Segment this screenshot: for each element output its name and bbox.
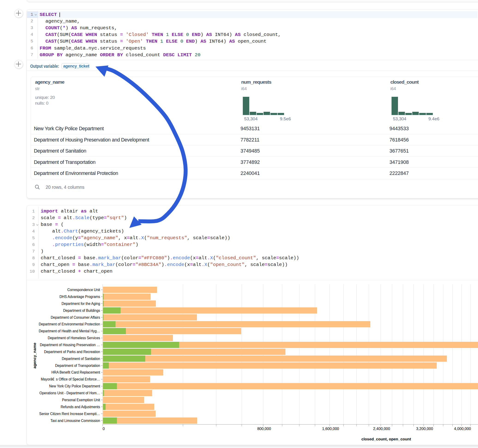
- svg-text:Senior Citizen Rent Increase E: Senior Citizen Rent Increase Exempti…: [39, 412, 100, 416]
- svg-text:1,600,000: 1,600,000: [322, 427, 339, 431]
- svg-text:Department of Consumer Affairs: Department of Consumer Affairs: [51, 315, 100, 319]
- svg-text:4,000,000: 4,000,000: [454, 427, 471, 431]
- svg-text:Department of Transportation: Department of Transportation: [55, 363, 100, 367]
- svg-text:Correspondence Unit: Correspondence Unit: [67, 288, 100, 292]
- svg-text:New York City Police Departmen: New York City Police Department: [49, 384, 100, 388]
- svg-text:Department of Parks and Recrea: Department of Parks and Recreation: [44, 350, 100, 354]
- svg-text:Department for the Aging: Department for the Aging: [62, 301, 100, 305]
- svg-text:Department of Health and Menta: Department of Health and Mental Hyg…: [39, 329, 100, 333]
- svg-text:Department of Homeless Service: Department of Homeless Services: [48, 336, 100, 340]
- svg-text:Department of Sanitation: Department of Sanitation: [62, 356, 100, 361]
- svg-text:Department of Environmental Pr: Department of Environmental Protection: [39, 322, 100, 326]
- svg-text:Department of Housing Preserva: Department of Housing Preservation …: [40, 343, 100, 347]
- svg-text:Personal Exemption Unit: Personal Exemption Unit: [62, 398, 100, 402]
- svg-text:HRA Benefit Card Replacement: HRA Benefit Card Replacement: [51, 370, 100, 374]
- svg-text:Operations Unit - Department o: Operations Unit - Department of Hom…: [39, 391, 100, 395]
- svg-text:0: 0: [103, 427, 105, 431]
- svg-text:Taxi and Limousine Commission: Taxi and Limousine Commission: [50, 418, 100, 423]
- svg-text:800,000: 800,000: [257, 427, 271, 431]
- svg-text:agency_name: agency_name: [32, 343, 37, 368]
- svg-text:Department of Buildings: Department of Buildings: [63, 308, 100, 312]
- svg-text:closed_count, open_count: closed_count, open_count: [361, 437, 411, 441]
- svg-text:Refunds and Adjustments: Refunds and Adjustments: [61, 405, 100, 409]
- svg-text:Mayorâ€ s Office of Special En: Mayorâ€ s Office of Special Enforce…: [41, 377, 100, 381]
- svg-text:3,200,000: 3,200,000: [416, 427, 433, 431]
- svg-text:DHS Advantage Programs: DHS Advantage Programs: [59, 294, 100, 299]
- svg-text:2,400,000: 2,400,000: [373, 427, 390, 431]
